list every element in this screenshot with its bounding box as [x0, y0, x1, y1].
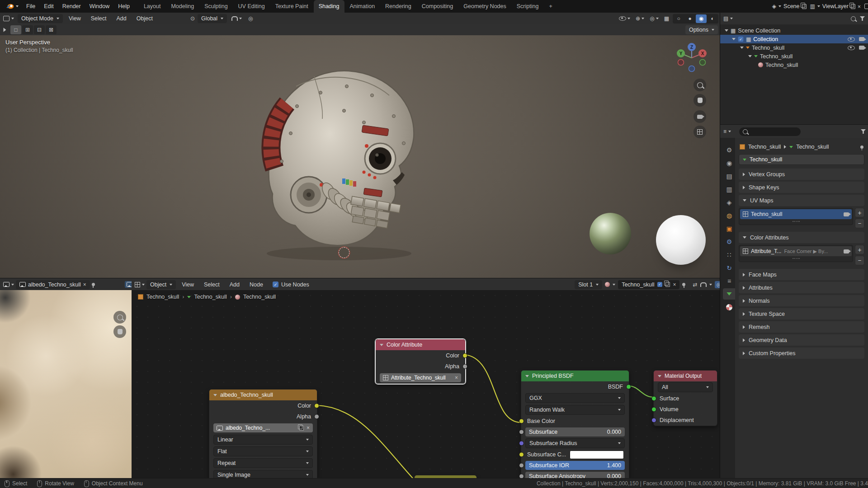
new-viewlayer-icon[interactable] [851, 4, 855, 9]
orientation-dropdown[interactable]: Global [198, 14, 227, 23]
remove-viewlayer-icon[interactable] [858, 3, 861, 10]
tab-compositing[interactable]: Compositing [417, 0, 458, 13]
options-button[interactable]: Options [685, 25, 718, 34]
fake-user-icon[interactable] [657, 282, 662, 287]
menu-edit[interactable]: Edit [40, 1, 58, 11]
socket-color-output[interactable] [314, 404, 319, 408]
pin-icon[interactable] [92, 283, 95, 286]
section-uv-maps[interactable]: UV Maps [739, 195, 864, 206]
tab-tool[interactable] [723, 144, 736, 155]
scene-selector[interactable]: ◈ Scene [772, 3, 807, 9]
copy-image-icon[interactable] [299, 426, 304, 431]
tab-physics[interactable] [723, 262, 736, 273]
menu-help[interactable]: Help [114, 1, 134, 11]
select-mode-new-button[interactable]: □ [10, 25, 21, 34]
chevron-down-icon[interactable] [11, 284, 14, 286]
viewport-canvas[interactable]: User Perspective (1) Collection | Techno… [0, 35, 720, 278]
attribute-name-field[interactable]: Attribute_Techno_skull [380, 373, 461, 382]
unlink-image-icon[interactable] [83, 282, 86, 288]
pin-icon[interactable] [860, 145, 863, 149]
tab-view-layer[interactable] [723, 183, 736, 195]
tab-particles[interactable] [723, 249, 736, 260]
remove-color-attribute-button[interactable] [855, 256, 864, 265]
subsurface-slider[interactable]: Subsurface 0.000 [525, 427, 625, 436]
tab-object-data[interactable] [723, 288, 736, 300]
section-face-maps[interactable]: Face Maps [739, 269, 864, 280]
hide-viewport-icon[interactable] [848, 46, 855, 50]
skull-3d-model[interactable] [228, 51, 445, 268]
snap-toggle[interactable] [230, 15, 244, 22]
data-name-field[interactable]: Techno_skull [739, 154, 864, 165]
tab-output[interactable] [723, 170, 736, 182]
tab-uv-editing[interactable]: UV Editing [233, 0, 270, 13]
node-color-attribute[interactable]: Color Attribute Color Alpha Attribute_Te… [375, 339, 466, 384]
socket-alpha-output[interactable] [462, 364, 467, 369]
editor-type-image-icon[interactable] [3, 282, 9, 287]
section-attributes[interactable]: Attributes [739, 282, 864, 293]
socket-radius-input[interactable] [519, 441, 524, 446]
shading-solid-button[interactable] [684, 14, 695, 23]
filter-icon[interactable] [861, 129, 866, 134]
socket-displacement-input[interactable] [651, 418, 656, 423]
active-tool-icon[interactable] [4, 28, 6, 32]
proportional-edit-toggle[interactable]: ◎ [246, 15, 255, 22]
active-render-icon[interactable] [844, 212, 849, 216]
zoom-button[interactable] [113, 311, 126, 324]
select-mode-extend-button[interactable]: ⊞ [22, 25, 33, 34]
select-mode-intersect-button[interactable]: ⊠ [46, 25, 57, 34]
color-attribute-item[interactable]: Attribute_T... Face Corner ▶ By... [740, 246, 852, 256]
extension-dropdown[interactable]: Repeat [213, 458, 313, 468]
collapse-icon[interactable] [380, 344, 383, 346]
disable-render-icon[interactable] [859, 46, 864, 50]
expand-icon[interactable] [740, 47, 744, 49]
menu-window[interactable]: Window [85, 1, 113, 11]
socket-color-output[interactable] [462, 353, 467, 358]
remove-uv-map-button[interactable] [855, 219, 864, 228]
chevron-down-icon[interactable] [728, 131, 731, 132]
chevron-down-icon[interactable] [613, 284, 615, 286]
section-remesh[interactable]: Remesh [739, 321, 864, 333]
editor-type-properties-icon[interactable]: ≡ [723, 129, 726, 134]
shader-menu-select[interactable]: Select [200, 280, 224, 290]
outliner-row-scene-collection[interactable]: ▦ Scene Collection [720, 26, 868, 35]
add-color-attribute-button[interactable] [855, 245, 864, 254]
subsurface-ior-slider[interactable]: Subsurface IOR 1.400 [525, 461, 625, 470]
socket-ior-input[interactable] [519, 463, 524, 468]
list-resize-grip[interactable] [740, 219, 852, 224]
shading-material-preview-button[interactable] [696, 14, 707, 23]
viewport-menu-object[interactable]: Object [132, 14, 157, 23]
shader-menu-node[interactable]: Node [245, 280, 267, 290]
tab-animation[interactable]: Animation [345, 0, 380, 13]
menu-render[interactable]: Render [58, 1, 85, 11]
node-header[interactable]: albedo_Techno_skull [209, 389, 317, 400]
collapse-icon[interactable] [658, 375, 661, 377]
shading-wireframe-button[interactable] [673, 14, 684, 23]
section-normals[interactable]: Normals [739, 295, 864, 306]
section-texture-space[interactable]: Texture Space [739, 308, 864, 319]
properties-search-field[interactable] [739, 127, 801, 136]
mode-dropdown[interactable]: Object Mode [18, 14, 63, 23]
shading-rendered-button[interactable] [707, 14, 718, 23]
shader-menu-view[interactable]: View [178, 280, 198, 290]
pin-icon[interactable] [682, 283, 685, 286]
expand-icon[interactable] [725, 29, 728, 32]
shader-type-dropdown[interactable]: Object [146, 280, 176, 289]
chevron-down-icon[interactable] [730, 18, 733, 19]
node-material-output[interactable]: Material Output All Surface Volume Displ… [653, 370, 717, 426]
image-editor-canvas[interactable] [0, 290, 132, 478]
editor-type-shader-icon[interactable] [135, 282, 140, 287]
search-icon[interactable] [851, 16, 856, 21]
image-selector[interactable]: albedo_Techno_skull [16, 280, 90, 289]
socket-sss-color-input[interactable] [519, 452, 524, 457]
overlays-dropdown[interactable]: ◎ [648, 15, 660, 22]
node-mix-multiply[interactable]: Multiply [414, 475, 477, 478]
tab-rendering[interactable]: Rendering [380, 0, 416, 13]
outliner-row-collection[interactable]: ▦ Collection [720, 35, 868, 43]
source-dropdown[interactable]: Single Image [213, 470, 313, 478]
editor-type-outliner-icon[interactable]: ▤ [723, 16, 728, 21]
socket-surface-input[interactable] [651, 396, 656, 401]
sss-color-swatch[interactable] [570, 450, 624, 459]
select-mode-subtract-button[interactable]: ⊟ [34, 25, 45, 34]
sss-method-dropdown[interactable]: Random Walk [525, 405, 625, 415]
visibility-dropdown[interactable] [617, 15, 632, 22]
